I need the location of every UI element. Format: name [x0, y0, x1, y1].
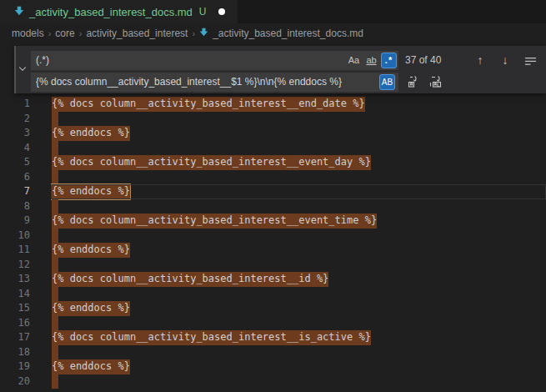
find-match: {% enddocs %} [52, 243, 130, 258]
code-line[interactable]: 14 [0, 287, 546, 302]
find-match: {% enddocs %} [52, 359, 130, 374]
current-find-match: {% enddocs %} [52, 184, 130, 199]
line-number: 13 [0, 272, 30, 287]
find-match-empty [52, 316, 58, 331]
find-input[interactable] [36, 51, 346, 70]
replace-all-button[interactable] [428, 73, 444, 90]
next-match-button[interactable]: ↓ [497, 52, 513, 68]
code-line[interactable]: 8 [0, 199, 546, 214]
replace-input[interactable] [36, 73, 379, 92]
code-line[interactable]: 19{% enddocs %} [0, 359, 546, 374]
line-number: 2 [0, 112, 30, 127]
code-text: {% docs column__activity_based_interest_… [52, 97, 365, 112]
dbt-down-arrow-icon [199, 28, 208, 39]
code-line[interactable]: 18 [0, 345, 546, 360]
editor-tab[interactable]: _activity_based_interest_docs.md U [0, 0, 238, 23]
replace-one-button[interactable] [405, 73, 422, 90]
code-text: {% docs column__activity_based_interest_… [52, 155, 371, 170]
results-count: 37 of 40 [405, 54, 448, 66]
code-line[interactable]: 2 [0, 112, 546, 127]
code-line[interactable]: 13{% docs column__activity_based_interes… [0, 272, 546, 287]
line-number: 1 [0, 97, 30, 112]
code-text [52, 287, 58, 302]
code-line[interactable]: 1{% docs column__activity_based_interest… [0, 97, 546, 112]
preserve-case-button[interactable]: AB [379, 74, 395, 90]
find-match: {% enddocs %} [52, 301, 130, 316]
line-number: 8 [0, 199, 30, 214]
code-text: {% enddocs %} [52, 359, 130, 374]
line-number: 17 [0, 330, 30, 345]
code-text [52, 199, 58, 214]
code-text [52, 141, 58, 156]
find-row: Aa ab .* 37 of 40 ↑ ↓ [31, 50, 546, 70]
unsaved-dot-icon[interactable] [218, 8, 225, 15]
code-text: {% docs column__activity_based_interest_… [52, 330, 371, 345]
code-text: {% docs column__activity_based_interest_… [52, 214, 377, 229]
code-line[interactable]: 10 [0, 229, 546, 244]
breadcrumb-separator: › [79, 28, 83, 38]
code-area[interactable]: 1{% docs column__activity_based_interest… [0, 97, 546, 389]
editor[interactable]: Aa ab .* 37 of 40 ↑ ↓ [0, 43, 546, 392]
tab-filename: _activity_based_interest_docs.md [29, 6, 193, 18]
breadcrumb-item-activity-based-interest[interactable]: activity_based_interest [86, 28, 188, 39]
code-text: {% enddocs %} [52, 243, 130, 258]
line-number: 3 [0, 126, 30, 141]
find-match-empty [52, 258, 58, 273]
code-line[interactable]: 16 [0, 316, 546, 331]
breadcrumb-file-label: _activity_based_interest_docs.md [213, 28, 363, 39]
breadcrumb-item-core[interactable]: core [55, 28, 74, 39]
breadcrumb-item-models[interactable]: models [12, 28, 44, 39]
line-number: 11 [0, 243, 30, 258]
find-inputbox: Aa ab .* [31, 51, 398, 70]
code-line[interactable]: 12 [0, 258, 546, 273]
previous-match-button[interactable]: ↑ [472, 52, 488, 68]
breadcrumb: models › core › activity_based_interest … [0, 23, 546, 43]
regex-button[interactable]: .* [381, 53, 397, 68]
code-line[interactable]: 17{% docs column__activity_based_interes… [0, 330, 546, 345]
line-number: 9 [0, 214, 30, 229]
find-match-empty [52, 374, 58, 389]
code-line[interactable]: 3{% enddocs %} [0, 126, 546, 141]
code-text [52, 345, 58, 360]
code-line[interactable]: 20 [0, 374, 546, 389]
line-number: 7 [0, 184, 30, 199]
find-replace-widget: Aa ab .* 37 of 40 ↑ ↓ [14, 46, 546, 93]
code-text [52, 316, 58, 331]
find-in-selection-button[interactable] [522, 52, 538, 68]
breadcrumb-item-file[interactable]: _activity_based_interest_docs.md [199, 28, 363, 39]
find-match: {% docs column__activity_based_interest_… [52, 155, 371, 170]
code-line[interactable]: 15{% enddocs %} [0, 301, 546, 316]
match-case-button[interactable]: Aa [346, 53, 362, 68]
selection-lines-icon [524, 54, 537, 67]
code-text: {% enddocs %} [52, 184, 130, 199]
code-text: {% docs column__activity_based_interest_… [52, 272, 328, 287]
line-number: 19 [0, 359, 30, 374]
code-line[interactable]: 9{% docs column__activity_based_interest… [0, 214, 546, 229]
code-text [52, 112, 58, 127]
find-match-empty [52, 229, 58, 244]
code-text [52, 170, 58, 185]
code-line[interactable]: 6 [0, 170, 546, 185]
whole-word-button[interactable]: ab [363, 53, 379, 68]
find-match-empty [52, 199, 58, 214]
replace-buttons [405, 73, 444, 90]
line-number: 18 [0, 345, 30, 360]
find-match: {% docs column__activity_based_interest_… [52, 272, 328, 287]
code-line[interactable]: 7{% enddocs %} [0, 184, 546, 199]
toggle-replace-button[interactable] [16, 46, 29, 93]
find-match-empty [52, 112, 58, 127]
code-line[interactable]: 4 [0, 141, 546, 156]
tab-git-status: U [199, 6, 207, 18]
line-number: 14 [0, 287, 30, 302]
line-number: 5 [0, 155, 30, 170]
code-line[interactable]: 5{% docs column__activity_based_interest… [0, 155, 546, 170]
find-match-empty [52, 287, 58, 302]
code-line[interactable]: 11{% enddocs %} [0, 243, 546, 258]
replace-row: AB [31, 72, 546, 92]
find-match-empty [52, 345, 58, 360]
line-number: 4 [0, 141, 30, 156]
find-match-empty [52, 141, 58, 156]
code-text: {% enddocs %} [52, 126, 130, 141]
code-text [52, 374, 58, 389]
code-text: {% enddocs %} [52, 301, 130, 316]
